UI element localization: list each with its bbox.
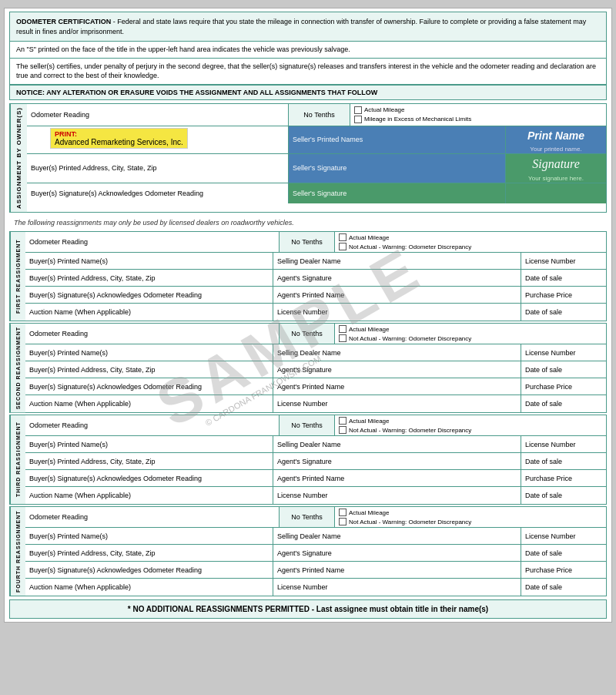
reassignment-block-3: THIRD REASSIGNMENT Odometer Reading No T… [9,415,607,505]
no-tenths-cell: No Tenths [289,104,350,126]
re-auction-name: Auction Name (When Applicable) [25,487,273,504]
re-auction-row: Auction Name (When Applicable) License N… [25,395,606,412]
re-date-sale-1: Date of sale [521,453,606,469]
sellers-sig2-cell: Seller's Signature [289,183,506,203]
print-name-sub: Your printed name. [529,145,582,153]
re-actual-cb[interactable] [339,417,346,425]
re-odo-row: Odometer Reading No Tenths Actual Mileag… [25,232,606,253]
re-license-num: License Number [273,579,521,596]
re-buyer-name-row: Buyer(s) Printed Name(s) Selling Dealer … [25,436,606,453]
re-no-tenths: No Tenths [280,324,335,344]
odometer-label: Odometer Reading [27,104,289,126]
re-auction-row: Auction Name (When Applicable) License N… [25,487,606,504]
re-buyer-addr: Buyer(s) Printed Address, City, State, Z… [25,361,273,378]
re-buyer-name-row: Buyer(s) Printed Name(s) Selling Dealer … [25,344,606,361]
cert-header: ODOMETER CERTIFICATION - Federal and sta… [9,12,607,42]
re-agent-name: Agent's Printed Name [273,378,521,395]
re-odo-row: Odometer Reading No Tenths Actual Mileag… [25,415,606,436]
mileage-checks: Actual Mileage Mileage in Excess of Mech… [350,104,606,126]
re-buyer-addr: Buyer(s) Printed Address, City, State, Z… [25,453,273,469]
re-date-sale-1: Date of sale [521,270,606,286]
re-purchase-price: Purchase Price [521,378,606,395]
sellers-printed-cell: Seller's Printed Names [289,126,506,153]
notice-row: NOTICE: ANY ALTERATION OR ERASURE VOIDS … [9,85,607,100]
re-odo-label: Odometer Reading [25,507,280,527]
buyer-address-cell: Buyer(s) Printed Address, City, State, Z… [27,154,289,183]
cert-title: ODOMETER CERTIFICATION - Federal and sta… [16,18,586,35]
re-odo-label: Odometer Reading [25,232,280,252]
reassignment-block-4: FOURTH REASSIGNMENT Odometer Reading No … [9,506,607,596]
signature-display: Signature [527,154,584,174]
re-license: License Number [521,344,606,361]
re-content-4: Odometer Reading No Tenths Actual Mileag… [25,507,606,596]
re-buyer-sig: Buyer(s) Signature(s) Acknowledges Odome… [25,378,273,395]
buyer-sig-ack-cell: Buyer(s) Signature(s) Acknowledges Odome… [27,183,289,203]
re-content-1: Odometer Reading No Tenths Actual Mileag… [25,232,606,321]
footer-bar: * NO ADDITIONAL REASSIGNMENTS PERMITTED … [9,599,607,619]
re-selling-dealer: Selling Dealer Name [273,344,521,361]
re-notactual-cb[interactable] [339,243,346,250]
re-buyer-name: Buyer(s) Printed Name(s) [25,253,273,269]
re-buyer-addr-row: Buyer(s) Printed Address, City, State, Z… [25,361,606,378]
re-license-num: License Number [273,487,521,504]
actual-mileage-label: Actual Mileage [364,106,404,113]
excess-mileage-checkbox[interactable] [354,116,362,123]
re-odo-label: Odometer Reading [25,324,280,344]
re-buyer-name: Buyer(s) Printed Name(s) [25,344,273,361]
re-buyer-name-row: Buyer(s) Printed Name(s) Selling Dealer … [25,253,606,270]
re-buyer-sig-row: Buyer(s) Signature(s) Acknowledges Odome… [25,562,606,579]
re-date-sale-2: Date of sale [521,304,606,321]
re-buyer-sig-row: Buyer(s) Signature(s) Acknowledges Odome… [25,287,606,304]
re-side-label-2: SECOND REASSIGNMENT [10,324,25,412]
re-selling-dealer: Selling Dealer Name [273,253,521,269]
re-purchase-price: Purchase Price [521,470,606,486]
reassignment-block-1: FIRST REASSIGNMENT Odometer Reading No T… [9,231,607,321]
re-auction-name: Auction Name (When Applicable) [25,579,273,596]
cert-notice-rows: An "S" printed on the face of the title … [9,42,607,85]
print-name-box-cell: Print Name Your printed name. [506,126,606,153]
re-buyer-sig: Buyer(s) Signature(s) Acknowledges Odome… [25,470,273,486]
re-buyer-sig: Buyer(s) Signature(s) Acknowledges Odome… [25,562,273,578]
assignment-side-label: ASSIGNMENT BY OWNER(S) [10,104,27,212]
re-buyer-name-row: Buyer(s) Printed Name(s) Selling Dealer … [25,528,606,545]
re-buyer-addr-row: Buyer(s) Printed Address, City, State, Z… [25,453,606,470]
reassignment-block-2: SECOND REASSIGNMENT Odometer Reading No … [9,323,607,413]
re-no-tenths: No Tenths [280,507,335,527]
buyer-address-row: Buyer(s) Printed Address, City, State, Z… [27,154,606,183]
sig-placeholder [506,183,606,203]
re-buyer-addr: Buyer(s) Printed Address, City, State, Z… [25,270,273,286]
document-page: SAMPLE © CARDONA FRANKOWSKI.COM ODOMETER… [4,8,612,623]
re-check-group: Actual Mileage Not Actual - Warning: Odo… [335,507,606,527]
re-no-tenths: No Tenths [280,232,335,252]
re-auction-name: Auction Name (When Applicable) [25,395,273,412]
re-license-num: License Number [273,395,521,412]
re-odo-label: Odometer Reading [25,415,280,435]
buyer-sig-ack-row: Buyer(s) Signature(s) Acknowledges Odome… [27,183,606,203]
buyer-name-cell: PRINT: Advanced Remarketing Services, In… [27,126,289,153]
re-odo-row: Odometer Reading No Tenths Actual Mileag… [25,507,606,528]
actual-mileage-checkbox[interactable] [354,106,362,114]
re-buyer-name: Buyer(s) Printed Name(s) [25,436,273,452]
sellers-sig-cell: Seller's Signature [289,154,506,183]
re-side-label-1: FIRST REASSIGNMENT [10,232,25,321]
re-agent-sig: Agent's Signature [273,270,521,286]
assignment-section: ASSIGNMENT BY OWNER(S) Odometer Reading … [9,103,607,213]
re-actual-cb[interactable] [339,509,346,516]
buyer-name-row: PRINT: Advanced Remarketing Services, In… [27,126,606,154]
re-actual-cb[interactable] [339,325,346,333]
re-purchase-price: Purchase Price [521,562,606,578]
assignment-content: Odometer Reading No Tenths Actual Mileag… [27,104,606,212]
re-license: License Number [521,436,606,452]
reassignments-container: FIRST REASSIGNMENT Odometer Reading No T… [5,231,611,596]
re-notactual-cb[interactable] [339,426,346,434]
signature-box-cell: Signature Your signature here. [506,154,606,183]
re-content-3: Odometer Reading No Tenths Actual Mileag… [25,415,606,504]
re-date-sale-2: Date of sale [521,487,606,504]
print-name-display: Print Name [523,126,589,145]
re-actual-cb[interactable] [339,233,346,241]
re-notactual-cb[interactable] [339,518,346,525]
re-notactual-cb[interactable] [339,334,346,342]
re-agent-sig: Agent's Signature [273,453,521,469]
odometer-row: Odometer Reading No Tenths Actual Mileag… [27,104,606,126]
re-buyer-addr-row: Buyer(s) Printed Address, City, State, Z… [25,545,606,562]
